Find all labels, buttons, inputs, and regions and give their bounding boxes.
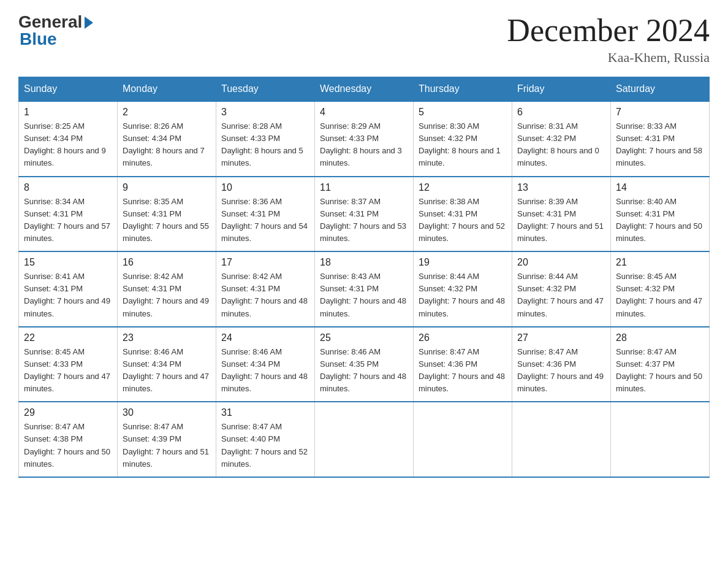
- calendar-day-cell: 28 Sunrise: 8:47 AM Sunset: 4:37 PM Dayl…: [611, 327, 710, 402]
- day-number: 2: [123, 107, 211, 118]
- day-info: Sunrise: 8:30 AM Sunset: 4:32 PM Dayligh…: [419, 120, 507, 170]
- calendar-week-row: 15 Sunrise: 8:41 AM Sunset: 4:31 PM Dayl…: [19, 251, 710, 327]
- calendar-day-cell: 14 Sunrise: 8:40 AM Sunset: 4:31 PM Dayl…: [611, 177, 710, 252]
- day-number: 28: [616, 332, 704, 343]
- day-info: Sunrise: 8:37 AM Sunset: 4:31 PM Dayligh…: [320, 196, 408, 245]
- day-number: 21: [616, 257, 704, 268]
- calendar-day-cell: 25 Sunrise: 8:46 AM Sunset: 4:35 PM Dayl…: [315, 327, 414, 402]
- day-number: 22: [24, 332, 112, 343]
- calendar-day-cell: [315, 402, 414, 477]
- page-header: General Blue December 2024 Kaa-Khem, Rus…: [18, 12, 710, 66]
- calendar-table: SundayMondayTuesdayWednesdayThursdayFrid…: [18, 77, 710, 478]
- calendar-day-cell: 4 Sunrise: 8:29 AM Sunset: 4:33 PM Dayli…: [315, 101, 414, 177]
- calendar-day-cell: 17 Sunrise: 8:42 AM Sunset: 4:31 PM Dayl…: [216, 251, 315, 327]
- calendar-day-cell: 18 Sunrise: 8:43 AM Sunset: 4:31 PM Dayl…: [315, 251, 414, 327]
- calendar-week-row: 8 Sunrise: 8:34 AM Sunset: 4:31 PM Dayli…: [19, 177, 710, 252]
- day-number: 25: [320, 332, 408, 343]
- day-number: 3: [221, 107, 309, 118]
- day-number: 26: [419, 332, 507, 343]
- day-info: Sunrise: 8:43 AM Sunset: 4:31 PM Dayligh…: [320, 270, 408, 320]
- calendar-day-cell: 31 Sunrise: 8:47 AM Sunset: 4:40 PM Dayl…: [216, 402, 315, 477]
- day-of-week-header: Friday: [512, 77, 611, 102]
- day-info: Sunrise: 8:26 AM Sunset: 4:34 PM Dayligh…: [123, 120, 211, 170]
- calendar-day-cell: 3 Sunrise: 8:28 AM Sunset: 4:33 PM Dayli…: [216, 101, 315, 177]
- day-of-week-header: Monday: [118, 77, 216, 102]
- location: Kaa-Khem, Russia: [507, 50, 710, 66]
- calendar-day-cell: 27 Sunrise: 8:47 AM Sunset: 4:36 PM Dayl…: [512, 327, 611, 402]
- title-area: December 2024 Kaa-Khem, Russia: [507, 12, 710, 66]
- calendar-day-cell: 19 Sunrise: 8:44 AM Sunset: 4:32 PM Dayl…: [414, 251, 512, 327]
- day-number: 29: [24, 407, 112, 418]
- day-number: 16: [123, 257, 211, 268]
- day-info: Sunrise: 8:47 AM Sunset: 4:40 PM Dayligh…: [221, 421, 309, 470]
- day-info: Sunrise: 8:34 AM Sunset: 4:31 PM Dayligh…: [24, 196, 112, 245]
- calendar-day-cell: 10 Sunrise: 8:36 AM Sunset: 4:31 PM Dayl…: [216, 177, 315, 252]
- logo: General Blue: [18, 12, 93, 49]
- calendar-day-cell: 30 Sunrise: 8:47 AM Sunset: 4:39 PM Dayl…: [118, 402, 216, 477]
- day-number: 30: [123, 407, 211, 418]
- day-info: Sunrise: 8:45 AM Sunset: 4:33 PM Dayligh…: [24, 346, 112, 396]
- day-number: 10: [221, 182, 309, 193]
- day-info: Sunrise: 8:47 AM Sunset: 4:36 PM Dayligh…: [517, 346, 605, 396]
- month-title: December 2024: [507, 12, 710, 48]
- day-number: 13: [517, 182, 605, 193]
- day-number: 14: [616, 182, 704, 193]
- day-info: Sunrise: 8:47 AM Sunset: 4:37 PM Dayligh…: [616, 346, 704, 396]
- calendar-day-cell: 26 Sunrise: 8:47 AM Sunset: 4:36 PM Dayl…: [414, 327, 512, 402]
- day-info: Sunrise: 8:35 AM Sunset: 4:31 PM Dayligh…: [123, 196, 211, 245]
- day-info: Sunrise: 8:46 AM Sunset: 4:34 PM Dayligh…: [221, 346, 309, 396]
- day-number: 4: [320, 107, 408, 118]
- day-info: Sunrise: 8:33 AM Sunset: 4:31 PM Dayligh…: [616, 120, 704, 170]
- calendar-week-row: 29 Sunrise: 8:47 AM Sunset: 4:38 PM Dayl…: [19, 402, 710, 477]
- day-info: Sunrise: 8:47 AM Sunset: 4:36 PM Dayligh…: [419, 346, 507, 396]
- calendar-day-cell: 9 Sunrise: 8:35 AM Sunset: 4:31 PM Dayli…: [118, 177, 216, 252]
- day-of-week-header: Thursday: [414, 77, 512, 102]
- day-info: Sunrise: 8:44 AM Sunset: 4:32 PM Dayligh…: [419, 270, 507, 320]
- calendar-week-row: 22 Sunrise: 8:45 AM Sunset: 4:33 PM Dayl…: [19, 327, 710, 402]
- logo-arrow-icon: [85, 17, 93, 29]
- day-info: Sunrise: 8:36 AM Sunset: 4:31 PM Dayligh…: [221, 196, 309, 245]
- day-number: 19: [419, 257, 507, 268]
- day-info: Sunrise: 8:47 AM Sunset: 4:38 PM Dayligh…: [24, 421, 112, 470]
- calendar-day-cell: 23 Sunrise: 8:46 AM Sunset: 4:34 PM Dayl…: [118, 327, 216, 402]
- day-info: Sunrise: 8:47 AM Sunset: 4:39 PM Dayligh…: [123, 421, 211, 470]
- day-number: 15: [24, 257, 112, 268]
- day-number: 24: [221, 332, 309, 343]
- calendar-day-cell: 1 Sunrise: 8:25 AM Sunset: 4:34 PM Dayli…: [19, 101, 118, 177]
- day-number: 17: [221, 257, 309, 268]
- day-info: Sunrise: 8:46 AM Sunset: 4:35 PM Dayligh…: [320, 346, 408, 396]
- calendar-day-cell: 6 Sunrise: 8:31 AM Sunset: 4:32 PM Dayli…: [512, 101, 611, 177]
- calendar-week-row: 1 Sunrise: 8:25 AM Sunset: 4:34 PM Dayli…: [19, 101, 710, 177]
- calendar-day-cell: 21 Sunrise: 8:45 AM Sunset: 4:32 PM Dayl…: [611, 251, 710, 327]
- day-number: 18: [320, 257, 408, 268]
- day-info: Sunrise: 8:40 AM Sunset: 4:31 PM Dayligh…: [616, 196, 704, 245]
- day-number: 7: [616, 107, 704, 118]
- calendar-day-cell: 12 Sunrise: 8:38 AM Sunset: 4:31 PM Dayl…: [414, 177, 512, 252]
- day-number: 6: [517, 107, 605, 118]
- calendar-header-row: SundayMondayTuesdayWednesdayThursdayFrid…: [19, 77, 710, 102]
- calendar-day-cell: 22 Sunrise: 8:45 AM Sunset: 4:33 PM Dayl…: [19, 327, 118, 402]
- day-info: Sunrise: 8:42 AM Sunset: 4:31 PM Dayligh…: [221, 270, 309, 320]
- calendar-day-cell: 7 Sunrise: 8:33 AM Sunset: 4:31 PM Dayli…: [611, 101, 710, 177]
- calendar-day-cell: 11 Sunrise: 8:37 AM Sunset: 4:31 PM Dayl…: [315, 177, 414, 252]
- day-info: Sunrise: 8:45 AM Sunset: 4:32 PM Dayligh…: [616, 270, 704, 320]
- day-info: Sunrise: 8:25 AM Sunset: 4:34 PM Dayligh…: [24, 120, 112, 170]
- day-number: 1: [24, 107, 112, 118]
- calendar-day-cell: 29 Sunrise: 8:47 AM Sunset: 4:38 PM Dayl…: [19, 402, 118, 477]
- calendar-day-cell: [414, 402, 512, 477]
- day-number: 11: [320, 182, 408, 193]
- day-number: 23: [123, 332, 211, 343]
- day-number: 27: [517, 332, 605, 343]
- day-info: Sunrise: 8:38 AM Sunset: 4:31 PM Dayligh…: [419, 196, 507, 245]
- day-of-week-header: Wednesday: [315, 77, 414, 102]
- day-number: 9: [123, 182, 211, 193]
- day-info: Sunrise: 8:42 AM Sunset: 4:31 PM Dayligh…: [123, 270, 211, 320]
- day-number: 5: [419, 107, 507, 118]
- calendar-day-cell: [611, 402, 710, 477]
- day-info: Sunrise: 8:46 AM Sunset: 4:34 PM Dayligh…: [123, 346, 211, 396]
- day-info: Sunrise: 8:31 AM Sunset: 4:32 PM Dayligh…: [517, 120, 605, 170]
- day-info: Sunrise: 8:29 AM Sunset: 4:33 PM Dayligh…: [320, 120, 408, 170]
- day-info: Sunrise: 8:28 AM Sunset: 4:33 PM Dayligh…: [221, 120, 309, 170]
- calendar-day-cell: 16 Sunrise: 8:42 AM Sunset: 4:31 PM Dayl…: [118, 251, 216, 327]
- logo-blue-text: Blue: [20, 29, 57, 49]
